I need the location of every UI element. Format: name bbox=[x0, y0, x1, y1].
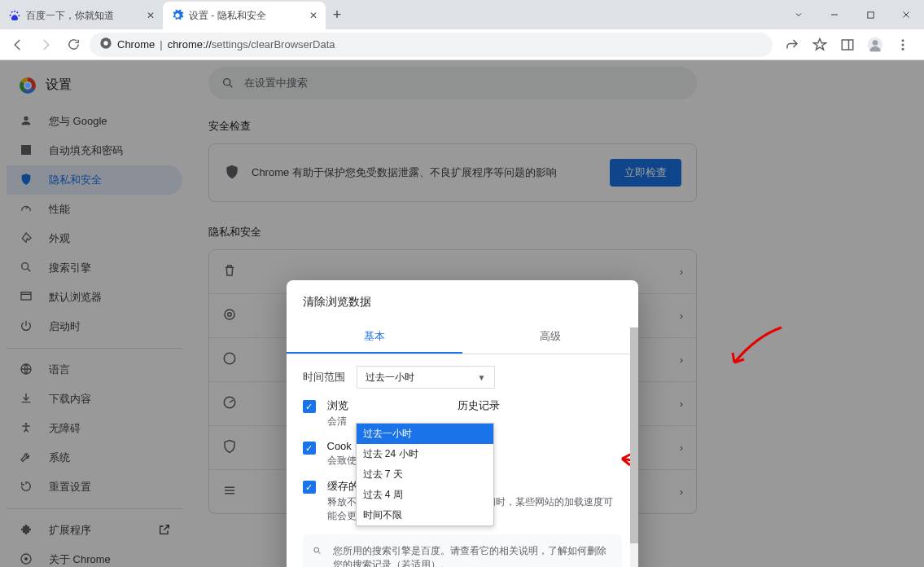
browser-tab-baidu[interactable]: 百度一下，你就知道 ✕ bbox=[0, 2, 163, 29]
hint-text: 您所用的搜索引擎是百度。请查看它的相关说明，了解如何删除您的搜索记录（若适用）。 bbox=[333, 544, 612, 567]
baidu-favicon bbox=[8, 9, 21, 22]
time-range-select[interactable]: 过去一小时 ▼ bbox=[357, 366, 495, 389]
forward-button[interactable] bbox=[34, 33, 57, 56]
search-engine-hint: 您所用的搜索引擎是百度。请查看它的相关说明，了解如何删除您的搜索记录（若适用）。 bbox=[303, 534, 622, 567]
svg-rect-0 bbox=[867, 11, 873, 17]
tab-advanced[interactable]: 高级 bbox=[462, 321, 638, 354]
minimize-icon[interactable] bbox=[817, 2, 852, 27]
share-icon[interactable] bbox=[782, 35, 802, 55]
dropdown-option[interactable]: 过去一小时 bbox=[357, 424, 493, 444]
svg-point-6 bbox=[873, 40, 878, 46]
close-icon[interactable]: ✕ bbox=[309, 10, 317, 21]
item-desc: 会清 bbox=[327, 415, 348, 429]
chrome-icon bbox=[99, 37, 112, 52]
tab-title: 设置 - 隐私和安全 bbox=[189, 9, 266, 23]
search-icon bbox=[313, 544, 322, 557]
browser-toolbar: Chrome | chrome://settings/clearBrowserD… bbox=[0, 29, 924, 60]
scrollbar[interactable] bbox=[630, 327, 638, 567]
reload-button[interactable] bbox=[62, 33, 85, 56]
time-range-value: 过去一小时 bbox=[366, 371, 414, 385]
item-title: 浏览 bbox=[327, 398, 348, 413]
svg-point-21 bbox=[313, 547, 318, 552]
svg-point-8 bbox=[902, 43, 904, 46]
scrollbar-thumb[interactable] bbox=[630, 327, 638, 543]
dialog-title: 清除浏览数据 bbox=[287, 280, 638, 321]
caret-down-icon: ▼ bbox=[478, 373, 486, 382]
checkbox-cookies[interactable]: ✓ bbox=[303, 442, 316, 455]
chevron-down-icon[interactable] bbox=[781, 2, 817, 27]
svg-point-7 bbox=[902, 39, 904, 42]
url-scheme: Chrome bbox=[117, 38, 155, 51]
url-path: settings/clearBrowserData bbox=[212, 38, 335, 51]
menu-icon[interactable] bbox=[893, 35, 913, 55]
svg-point-2 bbox=[103, 41, 107, 45]
browser-tab-settings[interactable]: 设置 - 隐私和安全 ✕ bbox=[163, 2, 326, 29]
browser-tab-strip: 百度一下，你就知道 ✕ 设置 - 隐私和安全 ✕ + bbox=[0, 0, 924, 29]
dropdown-option[interactable]: 过去 24 小时 bbox=[357, 444, 493, 464]
tab-basic[interactable]: 基本 bbox=[287, 321, 462, 354]
address-bar[interactable]: Chrome | chrome://settings/clearBrowserD… bbox=[90, 33, 773, 57]
checkbox-browsing-history[interactable]: ✓ bbox=[303, 400, 316, 413]
dialog-tabs: 基本 高级 bbox=[287, 321, 638, 354]
annotation-arrow bbox=[725, 323, 790, 372]
time-range-label: 时间范围 bbox=[303, 370, 345, 385]
checkbox-cache[interactable]: ✓ bbox=[303, 481, 316, 494]
dropdown-option[interactable]: 过去 7 天 bbox=[357, 464, 493, 485]
settings-favicon bbox=[171, 9, 184, 22]
svg-point-9 bbox=[902, 47, 904, 50]
modal-overlay: 清除浏览数据 基本 高级 时间范围 过去一小时 ▼ bbox=[0, 60, 924, 567]
window-controls bbox=[781, 0, 924, 29]
window-close-icon[interactable] bbox=[888, 2, 924, 27]
side-panel-icon[interactable] bbox=[838, 35, 857, 55]
new-tab-button[interactable]: + bbox=[326, 3, 348, 26]
svg-rect-3 bbox=[842, 40, 853, 50]
profile-icon[interactable] bbox=[865, 35, 885, 55]
time-range-dropdown: 过去一小时 过去 24 小时 过去 7 天 过去 4 周 时间不限 bbox=[356, 423, 494, 526]
url-host: chrome:// bbox=[168, 38, 212, 51]
tab-title: 百度一下，你就知道 bbox=[26, 9, 114, 23]
close-icon[interactable]: ✕ bbox=[147, 10, 155, 21]
url-sep: | bbox=[160, 38, 162, 51]
back-button[interactable] bbox=[7, 33, 29, 56]
dropdown-option[interactable]: 过去 4 周 bbox=[357, 485, 493, 505]
maximize-icon[interactable] bbox=[852, 2, 888, 27]
bookmark-icon[interactable] bbox=[810, 35, 830, 55]
dropdown-option[interactable]: 时间不限 bbox=[357, 505, 493, 525]
clear-data-dialog: 清除浏览数据 基本 高级 时间范围 过去一小时 ▼ bbox=[287, 280, 638, 567]
